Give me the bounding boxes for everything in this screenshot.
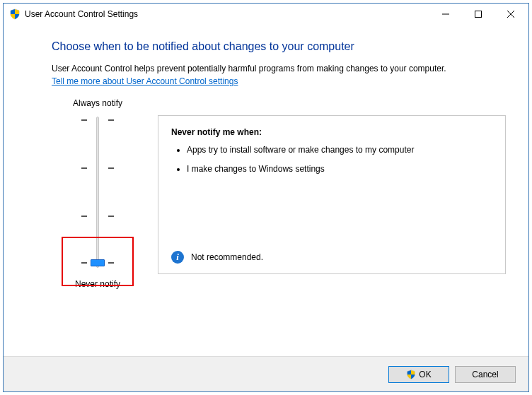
slider-tick [81,119,87,121]
panel-bullet: I make changes to Windows settings [187,163,492,175]
uac-shield-icon [406,370,416,379]
notification-slider[interactable] [66,115,129,269]
page-headline: Choose when to be notified about changes… [52,40,506,53]
panel-bullet: Apps try to install software or make cha… [187,144,492,155]
slider-track [96,117,99,268]
uac-settings-window: User Account Control Settings Choose whe… [3,3,529,392]
window-title: User Account Control Settings [25,9,138,19]
cancel-button-label: Cancel [472,370,498,379]
button-bar: OK Cancel [4,356,528,391]
slider-tick [81,167,87,169]
panel-bullet-list: Apps try to install software or make cha… [171,144,492,181]
maximize-button[interactable] [462,4,495,25]
close-button[interactable] [495,4,527,25]
ok-button-label: OK [419,370,431,379]
panel-footer-text: Not recommended. [191,252,263,262]
slider-thumb[interactable] [91,259,105,266]
slider-bottom-label: Never notify [52,279,144,289]
svg-rect-1 [475,11,482,18]
titlebar: User Account Control Settings [4,4,528,25]
notification-slider-area: Always notify Never notify [52,98,144,289]
description-text: User Account Control helps prevent poten… [52,64,446,73]
page-description: User Account Control helps prevent poten… [52,63,506,87]
slider-tick [108,167,114,169]
info-icon: i [171,251,184,264]
panel-footer: i Not recommended. [171,244,492,264]
ok-button[interactable]: OK [388,366,449,383]
cancel-button[interactable]: Cancel [455,366,516,383]
panel-title: Never notify me when: [171,127,492,137]
slider-tick [81,262,87,264]
slider-tick [108,262,114,264]
slider-tick [108,216,114,217]
learn-more-link[interactable]: Tell me more about User Account Control … [52,76,238,87]
slider-top-label: Always notify [52,98,144,108]
content-area: Choose when to be notified about changes… [4,25,528,356]
description-panel: Never notify me when: Apps try to instal… [158,115,506,274]
minimize-button[interactable] [429,4,462,25]
uac-shield-icon [9,8,21,20]
slider-tick [81,216,87,217]
slider-tick [108,119,114,121]
